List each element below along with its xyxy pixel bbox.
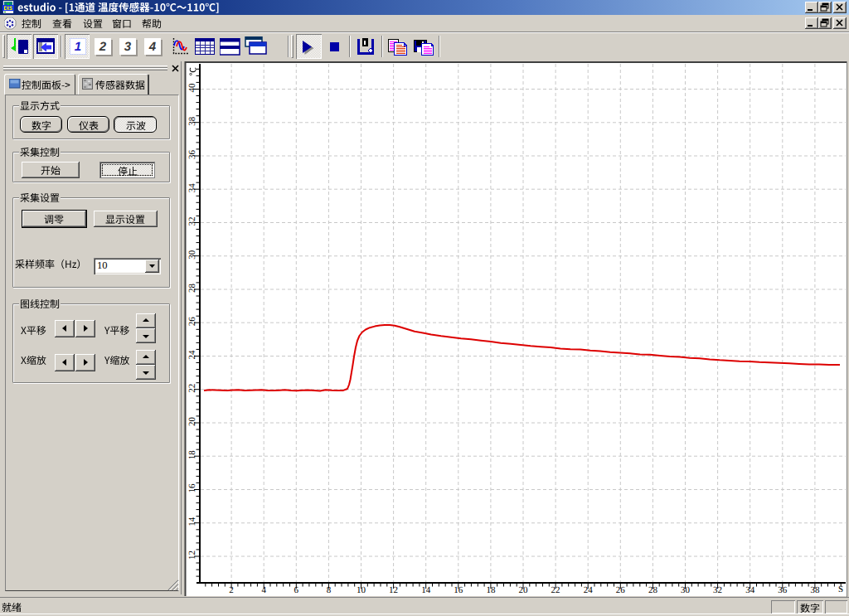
- svg-text:38: 38: [187, 116, 197, 126]
- svg-text:22: 22: [187, 384, 197, 393]
- svg-text:28: 28: [648, 585, 658, 595]
- svg-text:34: 34: [745, 585, 755, 595]
- svg-text:6: 6: [294, 585, 299, 595]
- svg-text:12: 12: [389, 585, 398, 595]
- svg-text:18: 18: [486, 585, 496, 595]
- svg-text:36: 36: [778, 585, 788, 595]
- svg-text:16: 16: [454, 585, 463, 595]
- svg-text:2: 2: [99, 40, 107, 54]
- svg-text:30: 30: [187, 250, 197, 259]
- svg-text:20: 20: [187, 417, 197, 427]
- svg-text:12: 12: [187, 551, 197, 560]
- svg-text:8: 8: [327, 585, 332, 595]
- svg-text:34: 34: [187, 183, 197, 193]
- svg-text:32: 32: [187, 217, 197, 226]
- svg-text:1: 1: [75, 40, 81, 54]
- svg-text:3: 3: [124, 40, 132, 54]
- svg-text:S: S: [838, 584, 843, 594]
- svg-text:38: 38: [810, 585, 820, 595]
- svg-text:28: 28: [187, 284, 197, 293]
- svg-text:24: 24: [584, 585, 594, 595]
- svg-text:4: 4: [148, 40, 157, 54]
- svg-text:22: 22: [551, 585, 560, 595]
- svg-text:32: 32: [713, 585, 722, 595]
- svg-text:2: 2: [229, 585, 234, 595]
- svg-text:30: 30: [681, 585, 691, 595]
- svg-text:16: 16: [187, 483, 197, 493]
- svg-text:26: 26: [187, 317, 197, 327]
- svg-text:4: 4: [261, 585, 266, 595]
- svg-text:40: 40: [187, 83, 197, 93]
- svg-text:14: 14: [187, 517, 197, 526]
- svg-text:10: 10: [357, 585, 366, 595]
- svg-text:24: 24: [187, 350, 197, 360]
- svg-text:18: 18: [187, 450, 197, 460]
- svg-text:26: 26: [616, 585, 626, 595]
- svg-text:14: 14: [421, 585, 431, 595]
- svg-text:20: 20: [519, 585, 529, 595]
- svg-text:36: 36: [187, 150, 197, 160]
